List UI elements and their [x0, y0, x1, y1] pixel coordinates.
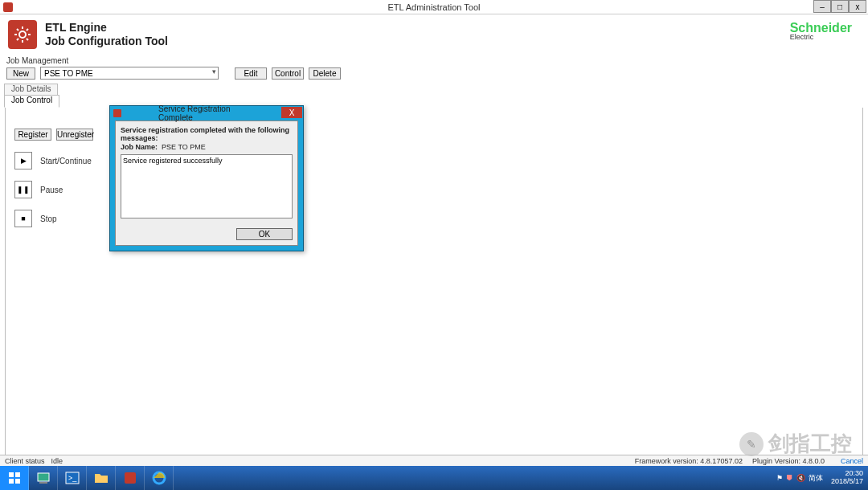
- stop-label: Stop: [40, 214, 57, 223]
- job-management-label: Job Management: [0, 55, 868, 65]
- client-status-label: Client status: [5, 457, 45, 465]
- taskbar-explorer[interactable]: [87, 466, 116, 490]
- taskbar-etl-tool[interactable]: [116, 466, 145, 490]
- maximize-button[interactable]: □: [831, 0, 849, 13]
- tray-clock[interactable]: 20:30 2018/5/17: [831, 470, 863, 486]
- taskbar-ie[interactable]: [145, 466, 174, 490]
- minimize-button[interactable]: –: [813, 0, 831, 13]
- app-logo: [8, 20, 37, 49]
- tabs-row: Job Details: [4, 83, 863, 96]
- folder-icon: [94, 471, 108, 485]
- client-status-value: Idle: [51, 457, 63, 465]
- job-select-combo[interactable]: PSE TO PME: [40, 67, 219, 80]
- window-controls: – □ x: [813, 0, 866, 13]
- tray-sound-icon: 🔇: [796, 474, 805, 482]
- window-titlebar: ETL Administration Tool – □ x: [0, 0, 868, 14]
- svg-rect-3: [9, 479, 14, 484]
- control-button[interactable]: Control: [272, 67, 304, 80]
- taskbar-powershell[interactable]: >_: [58, 466, 87, 490]
- dialog-job-name: Job Name: PSE TO PME: [121, 143, 293, 151]
- svg-rect-4: [15, 479, 20, 484]
- status-bar: Client status Idle Framework version: 4.…: [0, 455, 868, 466]
- window-title: ETL Administration Tool: [388, 2, 481, 12]
- svg-rect-6: [39, 482, 47, 484]
- tray-flag-icon: ⚑: [776, 474, 783, 482]
- app-header: ETL Engine Job Configuration Tool Schnei…: [0, 14, 868, 55]
- ie-icon: [152, 471, 166, 485]
- delete-button[interactable]: Delete: [309, 67, 341, 80]
- edit-button[interactable]: Edit: [235, 67, 267, 80]
- taskbar-server-manager[interactable]: [29, 466, 58, 490]
- new-button[interactable]: New: [6, 67, 35, 80]
- tray-lang[interactable]: 简体: [809, 473, 823, 484]
- gear-icon: [13, 25, 32, 44]
- tab-job-control[interactable]: Job Control: [4, 95, 59, 108]
- taskbar: >_ ⚑ ⛊ 🔇 简体 20:30 2018/5/17: [0, 466, 868, 490]
- svg-rect-2: [15, 472, 20, 477]
- windows-icon: [8, 472, 21, 484]
- pause-label: Pause: [40, 186, 63, 194]
- tray-shield-icon: ⛊: [786, 474, 793, 482]
- start-button[interactable]: [0, 466, 29, 490]
- header-title-1: ETL Engine: [45, 21, 168, 35]
- dialog-message: Service registration completed with the …: [121, 126, 293, 142]
- svg-point-0: [19, 31, 26, 38]
- header-title-2: Job Configuration Tool: [45, 35, 168, 48]
- svg-rect-5: [38, 473, 49, 481]
- job-management-bar: New PSE TO PME Edit Control Delete: [0, 65, 868, 83]
- dialog-title: Service Registration Complete: [158, 104, 255, 122]
- app-icon: [3, 2, 13, 12]
- svg-text:>_: >_: [68, 474, 77, 482]
- stop-button[interactable]: ■: [14, 210, 32, 227]
- server-icon: [36, 471, 51, 485]
- dialog-close-button[interactable]: X: [281, 107, 302, 118]
- dialog-ok-button[interactable]: OK: [236, 228, 293, 240]
- unregister-button[interactable]: Unregister: [56, 129, 93, 141]
- cancel-link[interactable]: Cancel: [841, 457, 863, 465]
- dialog-titlebar: Service Registration Complete X: [110, 106, 303, 120]
- system-tray[interactable]: ⚑ ⛊ 🔇 简体 20:30 2018/5/17: [772, 466, 868, 490]
- terminal-icon: >_: [65, 471, 80, 485]
- start-continue-label: Start/Continue: [40, 157, 92, 165]
- start-continue-button[interactable]: ▶: [14, 152, 32, 169]
- brand-logo: Schneider Electric: [790, 22, 852, 40]
- svg-rect-1: [9, 472, 14, 477]
- etl-icon: [125, 472, 136, 484]
- framework-version: Framework version: 4.8.17057.02: [635, 457, 743, 465]
- close-button[interactable]: x: [849, 0, 866, 13]
- plugin-version: Plugin Version: 4.8.0.0: [752, 457, 825, 465]
- service-registration-dialog: Service Registration Complete X Service …: [109, 105, 304, 251]
- dialog-log-textarea[interactable]: [121, 154, 293, 218]
- pause-button[interactable]: ❚❚: [14, 181, 32, 198]
- dialog-icon: [113, 109, 121, 117]
- register-button[interactable]: Register: [14, 129, 51, 141]
